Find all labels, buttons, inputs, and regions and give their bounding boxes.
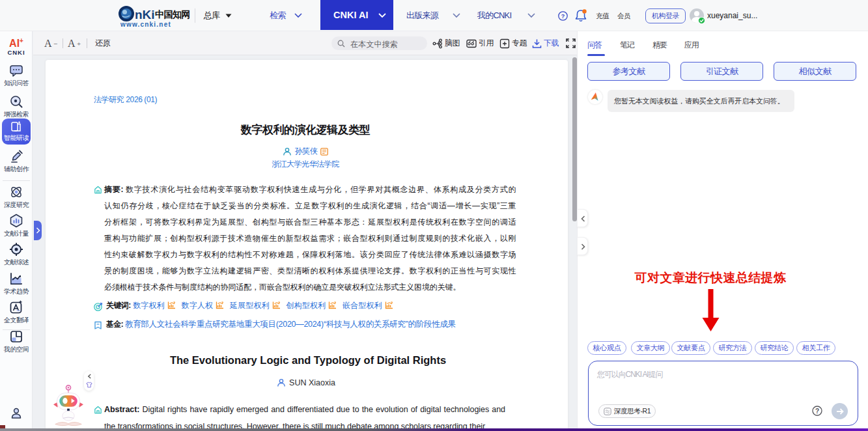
svg-text:nKi: nKi (135, 8, 155, 21)
svg-text:?: ? (815, 408, 819, 415)
svg-text:?: ? (561, 13, 565, 20)
svg-text:www.cnki.net: www.cnki.net (120, 21, 171, 28)
svg-text:中国知网: 中国知网 (155, 9, 190, 20)
